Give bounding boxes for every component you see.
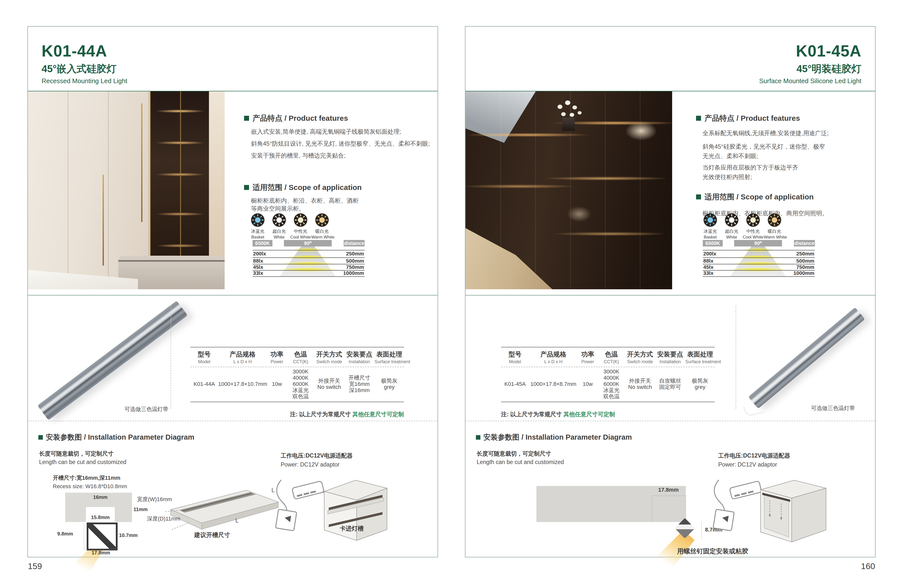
spec-cct: 3000K4000K 6000K冰蓝光 双色温 — [287, 368, 314, 400]
page-header: K01-44A 45°嵌入式硅胶灯 Recessed Mounting Led … — [42, 42, 127, 85]
light-distribution-diagram: 6500K 90⁰ distance 200lx 250mm 88lx 500m… — [252, 239, 365, 277]
spec-model: K01-45A — [501, 381, 529, 387]
section-divider-dashed — [465, 421, 875, 421]
light-option-white: 超白光 White — [268, 213, 290, 240]
warm-white-sun-icon — [315, 213, 329, 227]
spec-size: 1000×17.8×10.7mm — [218, 381, 267, 387]
feature-line: 安装于预开的槽里, 与槽边完美贴合; — [251, 152, 346, 160]
lux-value: 200lx — [703, 251, 716, 256]
distance-value: 500mm — [346, 258, 364, 264]
light-option-cool-white: 中性光 Cool White — [742, 213, 764, 240]
spec-size: 1000×17.8×8.7mm — [529, 381, 578, 387]
feature-line: 无光点、柔和不刺眼; — [703, 152, 758, 160]
cct-badge: 6500K — [252, 240, 272, 246]
light-option-white: 超白光 White — [721, 213, 742, 240]
feature-line: 全系标配无氧铜线,无须开槽,安装便捷,用途广泛; — [703, 129, 829, 137]
light-color-icons: 冰蓝光 Basket 超白光 White 中性光 Cool White 暖白光 … — [700, 213, 785, 240]
power-label-en: Power: DC12V adaptor — [718, 461, 777, 468]
section-divider — [28, 295, 438, 296]
distance-value: 1000mm — [343, 270, 364, 276]
features-title-text: 产品特点 / Product features — [252, 114, 348, 122]
distance-badge: distance — [344, 240, 365, 246]
product-model: K01-45A — [759, 42, 862, 59]
distance-value: 1000mm — [794, 270, 814, 276]
length-note-en: Length can be cut and customized — [39, 459, 126, 466]
recess-size-cn: 开槽尺寸:宽16mm,深11mm — [53, 474, 120, 482]
features-title: 产品特点 / Product features — [696, 113, 800, 124]
light-label-cn: 中性光 — [290, 228, 311, 234]
product-title-en: Surface Mounted Silicone Led Light — [759, 77, 862, 85]
feature-line: 斜角45°硅胶柔光，见光不见灯，迷你型、极窄 — [703, 143, 825, 151]
distance-value: 750mm — [346, 264, 364, 270]
aluminium-profile-render — [744, 305, 869, 412]
section-divider-dashed — [28, 421, 438, 421]
length-note-cn: 长度可随意裁切，可定制尺寸 — [39, 450, 114, 458]
distance-badge: distance — [794, 240, 815, 246]
light-label-cn: 中性光 — [742, 228, 764, 234]
light-pool-art — [732, 261, 785, 266]
lux-value: 33lx — [253, 270, 263, 276]
lux-value: 88lx — [703, 258, 714, 264]
light-pool-art — [282, 261, 334, 266]
bullet-square-icon — [38, 435, 43, 439]
spec-power: 10w — [578, 381, 598, 387]
svg-text:L: L — [235, 517, 238, 524]
custom-size-note: 注: 以上尺寸为常规尺寸 其他任意尺寸可定制 — [190, 411, 404, 418]
page-header: K01-45A 45°明装硅胶灯 Surface Mounted Silicon… — [759, 42, 862, 85]
dim-9-8mm: 9.8mm — [57, 531, 73, 537]
length-note-en: Length can be cut and customized — [477, 459, 564, 466]
spec-switch: 外接开关No switch — [314, 378, 344, 390]
spec-installation: 自攻螺丝固定即可 — [655, 378, 685, 390]
installation-title: 安装参数图 / Installation Parameter Diagram — [38, 432, 194, 443]
product-title-en: Recessed Mounting Led Light — [42, 77, 127, 85]
catalog-page-right: K01-45A 45°明装硅胶灯 Surface Mounted Silicon… — [465, 26, 875, 557]
aluminium-profile-render — [37, 305, 191, 417]
dim-17-8mm: 17.8mm — [651, 487, 686, 493]
cabinet-caption: 卡进灯槽 — [340, 524, 363, 532]
light-option-ice-blue: 冰蓝光 Basket — [700, 213, 721, 240]
dim-17-8mm: 17.8mm — [85, 550, 117, 556]
scope-title-text: 适用范围 / Scope of application — [252, 183, 362, 191]
vertical-dashed-divider — [736, 305, 736, 409]
light-label-en: Warm White — [764, 235, 785, 240]
bullet-square-icon — [476, 435, 481, 439]
beam-angle-badge: 90⁰ — [284, 240, 332, 246]
ice-blue-sun-icon — [251, 213, 265, 227]
catalog-spread: K01-44A 45°嵌入式硅胶灯 Recessed Mounting Led … — [0, 0, 902, 588]
installation-title: 安装参数图 / Installation Parameter Diagram — [476, 432, 632, 443]
feature-line: 当灯条应用在层板的下方于板边平齐 — [703, 164, 798, 172]
light-color-icons: 冰蓝光 Basket 超白光 White 中性光 Cool White 暖白光 … — [247, 213, 333, 240]
spec-table: 型号Model 产品规格L x D x H 功率Power 色温CCT(K) 开… — [190, 347, 404, 402]
spec-data-row: K01-44A 1000×17.8×10.7mm 10w 3000K4000K … — [190, 368, 404, 400]
lux-value: 45lx — [703, 264, 714, 270]
spec-installation: 开槽尺寸宽16mm 深16mm — [344, 375, 374, 393]
spec-model: K01-44A — [190, 381, 218, 387]
spec-header-row: 型号Model 产品规格L x D x H 功率Power 色温CCT(K) 开… — [190, 350, 404, 364]
groove-depth-label: 深度(D)11mm — [147, 515, 180, 522]
white-sun-icon — [272, 213, 286, 227]
power-label-cn: 工作电压:DC12V电源适配器 — [718, 452, 790, 460]
distance-value: 750mm — [796, 264, 814, 270]
product-title-cn: 45°嵌入式硅胶灯 — [42, 62, 127, 76]
lifestyle-photo-wardrobe — [28, 91, 225, 289]
light-label-en: White — [268, 235, 290, 240]
light-label-en: Cool White — [290, 235, 311, 240]
section-divider — [465, 295, 875, 296]
product-model: K01-44A — [42, 42, 127, 59]
spec-header-row: 型号Model 产品规格L x D x H 功率Power 色温CCT(K) 开… — [501, 350, 715, 364]
page-number-right: 160 — [854, 561, 875, 571]
feature-line: 斜角45°防炫目设计, 见光不见灯, 迷你型极窄、无光点、柔和不刺眼; — [251, 140, 430, 148]
suggested-groove-label: 建议开槽尺寸 — [194, 531, 230, 539]
dim-15-8mm: 15.8mm — [86, 514, 115, 520]
ice-blue-sun-icon — [703, 213, 717, 227]
light-pool-art — [728, 267, 789, 272]
light-label-cn: 暖白光 — [764, 228, 785, 234]
bullet-square-icon — [244, 185, 249, 190]
recess-size-en: Recess size: W16.8*D10.8mm — [53, 483, 127, 489]
light-label-en: White — [721, 235, 742, 240]
feature-line: 光效便往柜内照射; — [703, 173, 752, 181]
scope-title: 适用范围 / Scope of application — [244, 183, 362, 193]
lifestyle-photo-walk-in-closet — [465, 91, 672, 289]
cabinet-diagram — [754, 473, 832, 547]
custom-size-note: 注: 以上尺寸为常规尺寸 其他任意尺寸可定制 — [501, 411, 715, 418]
